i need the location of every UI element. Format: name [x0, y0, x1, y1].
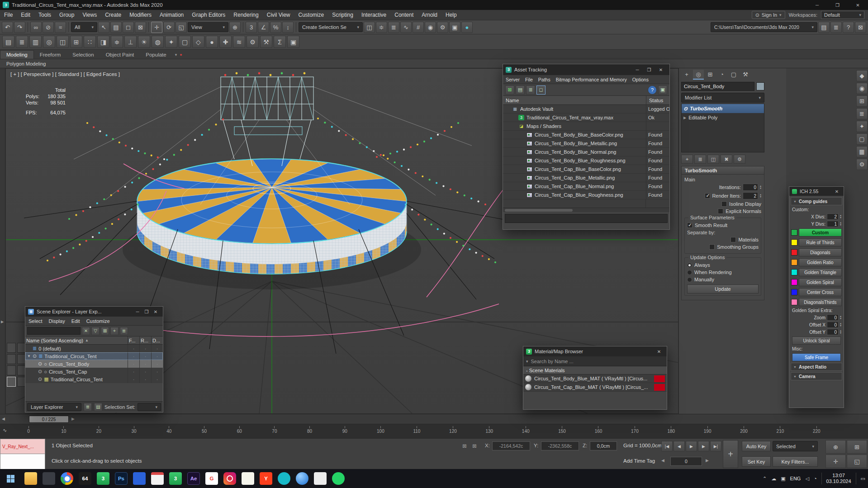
menu-item[interactable]: Paths [536, 75, 553, 84]
material-override-icon[interactable]: ◍ [152, 36, 164, 48]
zoom-field[interactable]: 0 [827, 314, 839, 321]
guide-golden-triangle[interactable]: Golden Triangle [789, 267, 844, 277]
select-object-icon[interactable]: ↖ [98, 22, 109, 33]
spinner-arrows-icon[interactable]: ▴▾ [840, 222, 841, 226]
taskbar-photoshop[interactable]: Ps [115, 472, 128, 485]
taskbar-settings[interactable] [43, 472, 55, 485]
volume-icon[interactable]: ◁ [805, 476, 809, 482]
z-coordinate-field[interactable]: 0,0cm [590, 441, 617, 450]
menu-item[interactable]: Options [630, 75, 651, 84]
table-row[interactable]: Circus_Tent_Cap_Blue_Normal.pngFound [503, 182, 669, 191]
previous-key-icon[interactable]: ◀ [661, 458, 664, 463]
teapot-icon[interactable]: ◆ [856, 70, 868, 81]
stack-item-turbosmooth[interactable]: ⊙ TurboSmooth [682, 104, 764, 113]
make-unique-icon[interactable]: ◫ [707, 155, 719, 164]
workspaces-dropdown[interactable]: Default ▾ [821, 11, 864, 19]
smoothing-groups-checkbox[interactable] [709, 244, 715, 250]
maximize-button[interactable]: ❐ [142, 309, 151, 314]
tab-freeform[interactable]: Freeform [34, 51, 67, 59]
spinner-arrows-icon[interactable]: ▴▾ [840, 322, 841, 327]
comp-guides-rollout[interactable]: ▼ Comp guides [791, 197, 842, 205]
taskbar-yandex[interactable]: Y [260, 472, 272, 485]
systems-icon[interactable]: ⚙ [247, 36, 259, 48]
menu-item[interactable]: Server [503, 75, 522, 84]
guide-button[interactable]: Rule of Thirds [799, 238, 842, 246]
layer-list-icon[interactable]: ≣ [120, 327, 128, 335]
layout-tab-active[interactable] [7, 377, 16, 387]
unlink-selection-icon[interactable]: ⊘ [43, 22, 54, 33]
taskbar-file-explorer[interactable] [24, 472, 37, 485]
next-key-icon[interactable]: ▶ [706, 458, 709, 463]
go-to-start-icon[interactable]: |◀ [661, 441, 673, 451]
list-item-selected-object[interactable]: ⊙○Circus_Tent_Body ··· [25, 360, 163, 368]
curve-editor-icon[interactable]: ∿ [400, 22, 412, 33]
selection-set-dropdown[interactable]: ▾ [138, 403, 161, 411]
explicit-normals-checkbox[interactable] [718, 208, 723, 214]
tab-populate[interactable]: Populate [140, 51, 172, 59]
spinner-arrows-icon[interactable]: ▴▾ [760, 194, 761, 198]
taskbar-chrome[interactable] [61, 472, 73, 485]
minimize-button[interactable]: ─ [631, 67, 643, 72]
start-button[interactable] [0, 469, 21, 488]
display-tab-icon[interactable]: ▢ [728, 70, 739, 80]
reference-coordinate-dropdown[interactable]: View ▾ [188, 22, 228, 32]
viewcube-icon[interactable]: ◉ [856, 83, 868, 94]
next-frame-icon[interactable]: ▶ [698, 441, 709, 451]
detail-view-icon[interactable]: ◻ [536, 85, 545, 95]
help-toolbar-icon[interactable]: ? [843, 22, 854, 33]
close-button[interactable]: ✕ [848, 0, 868, 10]
render-iters-field[interactable]: 2 [743, 192, 758, 199]
taskbar-notepad[interactable] [314, 472, 327, 485]
guide-button[interactable]: Golden Spiral [799, 278, 842, 286]
percent-snap-icon[interactable]: % [270, 22, 281, 33]
taskbar-3dsmax-2[interactable]: 3 [169, 472, 182, 485]
menu-item[interactable]: Help [441, 10, 461, 20]
bind-to-space-warp-icon[interactable]: ≈ [55, 22, 66, 33]
angle-snap-icon[interactable]: ∠ [258, 22, 269, 33]
taskbar-whatsapp[interactable] [332, 472, 345, 485]
guide-custom[interactable]: Custom [789, 227, 844, 237]
menu-item[interactable]: Bitmap Performance and Memory [553, 75, 630, 84]
object-color-swatch[interactable] [756, 82, 764, 90]
create-tab-icon[interactable]: + [681, 70, 692, 80]
refresh-icon[interactable]: ⊠ [505, 85, 514, 95]
taskbar-after-effects[interactable]: Ae [187, 472, 200, 485]
maximize-viewport-icon[interactable]: ◱ [847, 455, 867, 468]
name-column-header[interactable]: Name (Sorted Ascending) ▲ [25, 336, 128, 344]
material-browser-titlebar[interactable]: 3 Material/Map Browser ✕ [523, 346, 667, 356]
y-divs-field[interactable]: 1 [827, 221, 839, 227]
guide-button[interactable]: Golden Ratio [799, 258, 842, 266]
material-item[interactable]: Circus_Tent_Body_Blue_MAT ( VRayMtl ) [C… [523, 374, 667, 383]
place-highlight-icon[interactable]: ☀ [138, 36, 150, 48]
menu-item[interactable]: Rendering [229, 10, 262, 20]
selection-filter-dropdown[interactable]: All ▾ [71, 22, 97, 32]
sync-selection-icon[interactable]: ≣ [84, 403, 92, 411]
pan-view-icon[interactable]: ✛ [825, 455, 846, 468]
lock-icon[interactable]: ⊠ [101, 327, 109, 335]
guide-button[interactable]: Custom [799, 228, 842, 237]
expand-icon[interactable]: ▼ [27, 354, 31, 358]
turbosmooth-rollout-header[interactable]: TurboSmooth [681, 166, 764, 175]
menu-item[interactable]: Create [101, 10, 125, 20]
status-column-header[interactable]: Status [646, 96, 669, 104]
offset-y-field[interactable]: 0 [827, 329, 839, 335]
y-coordinate-field[interactable]: -2362,558c [541, 441, 579, 450]
list-item-selected-layer[interactable]: ▼⊙≣Traditional_Circus_Tent ··· [25, 352, 163, 360]
material-search-bar[interactable]: ▾ Search by Name ... [523, 356, 667, 366]
project-folder-dropdown[interactable]: C:\Users\Tani\Documents\3ds Max 2020 ▾ [711, 22, 817, 32]
helpers-icon[interactable]: ✚ [219, 36, 232, 48]
go-to-end-icon[interactable]: ▶| [710, 441, 721, 451]
dock-expand-icon[interactable]: ▶ [1, 320, 4, 324]
when-rendering-radio[interactable] [687, 270, 692, 275]
menu-item[interactable]: Edit [68, 317, 83, 325]
material-editor-icon[interactable]: ◉ [425, 22, 436, 33]
safe-frame-button[interactable]: Safe Frame [792, 353, 841, 361]
space-warp-icon[interactable]: ≋ [233, 36, 245, 48]
menu-item[interactable]: Interactive [357, 10, 390, 20]
ribbon-record-icon[interactable]: ● [180, 52, 182, 57]
tab-modeling[interactable]: Modeling [0, 50, 34, 59]
manually-radio[interactable] [687, 277, 692, 282]
menu-item[interactable]: Select [25, 317, 46, 325]
clone-icon[interactable]: ◫ [57, 36, 69, 48]
sign-in-control[interactable]: ⊙ Sign In ▾ [752, 11, 785, 19]
